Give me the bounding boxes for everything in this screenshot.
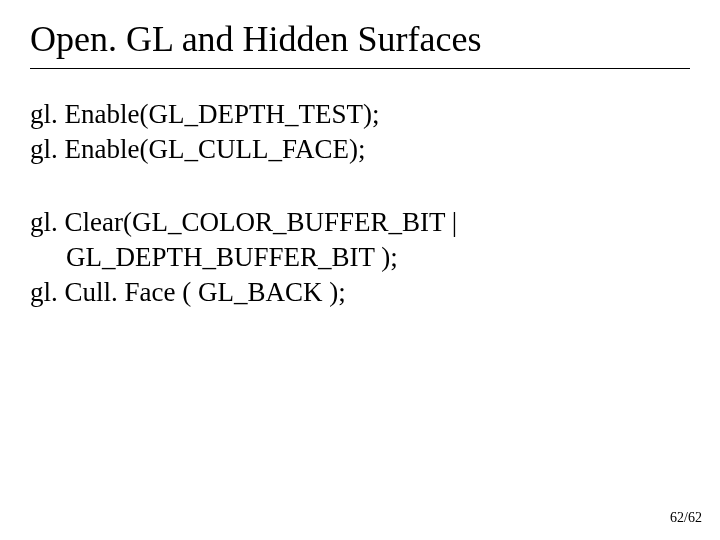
code-block-1: gl. Enable(GL_DEPTH_TEST); gl. Enable(GL… [30, 97, 690, 167]
code-line: GL_DEPTH_BUFFER_BIT ); [30, 240, 690, 275]
code-line: gl. Cull. Face ( GL_BACK ); [30, 275, 690, 310]
code-line: gl. Clear(GL_COLOR_BUFFER_BIT | [30, 205, 690, 240]
code-line: gl. Enable(GL_CULL_FACE); [30, 132, 690, 167]
page-number: 62/62 [670, 510, 702, 526]
slide-title: Open. GL and Hidden Surfaces [30, 18, 690, 60]
title-divider [30, 68, 690, 69]
code-block-2: gl. Clear(GL_COLOR_BUFFER_BIT | GL_DEPTH… [30, 205, 690, 310]
code-line: gl. Enable(GL_DEPTH_TEST); [30, 97, 690, 132]
